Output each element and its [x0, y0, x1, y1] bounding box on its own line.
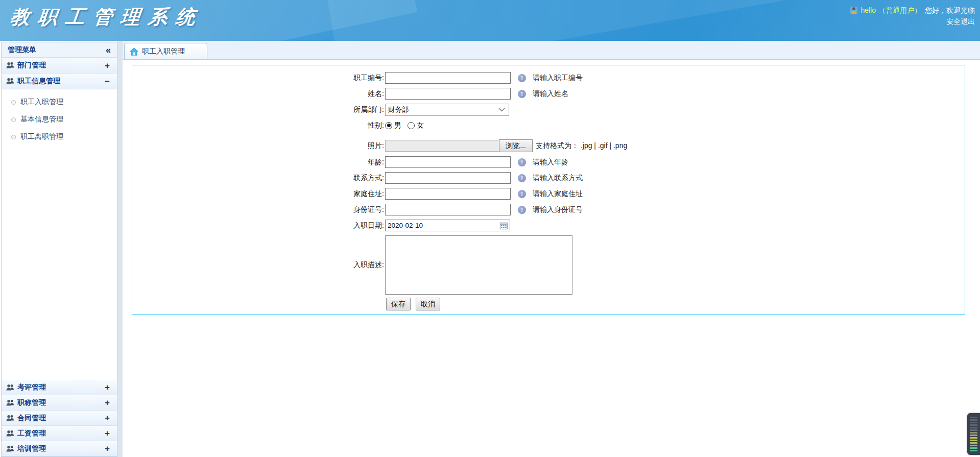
tab-label: 职工入职管理 — [142, 47, 185, 56]
tab-bar: 职工入职管理 — [123, 41, 980, 60]
form-row-name: 姓名: ! 请输入姓名 — [132, 88, 965, 100]
minimap-stripe — [970, 427, 977, 428]
expand-icon[interactable]: + — [105, 414, 110, 422]
collapse-sidebar-icon[interactable]: « — [106, 45, 111, 55]
photo-file-field[interactable] — [385, 140, 499, 152]
form-row-gender: 性别: 男 女 — [132, 120, 965, 131]
name-input[interactable] — [385, 88, 511, 100]
minimap-widget[interactable] — [967, 413, 980, 455]
sidebar-group-contract[interactable]: 合同管理 + — [2, 411, 117, 426]
chevron-down-icon — [498, 108, 505, 112]
people-icon — [6, 445, 14, 452]
field-tip: 请输入家庭住址 — [533, 189, 583, 199]
app-title: 教职工管理系统 — [9, 4, 204, 30]
bullet-icon — [11, 100, 16, 105]
main-area: 职工入职管理 职工编号: ! 请输入职工编号 姓名: ! 请输入姓名 — [123, 41, 980, 457]
radio-label-male[interactable]: 男 — [394, 121, 401, 130]
expand-icon[interactable]: + — [105, 398, 110, 407]
hiredate-input[interactable]: 2020-02-10 — [385, 220, 510, 231]
content-area: 职工编号: ! 请输入职工编号 姓名: ! 请输入姓名 所属部门: 财务部 — [123, 60, 980, 456]
minimap-stripe — [970, 417, 977, 418]
minimap-stripe — [970, 437, 977, 439]
sidebar-group-department[interactable]: 部门管理 + — [2, 58, 117, 74]
info-icon: ! — [518, 174, 526, 182]
home-icon — [130, 47, 138, 56]
people-icon — [6, 384, 14, 391]
info-icon: ! — [518, 158, 526, 166]
expand-icon[interactable]: + — [105, 61, 110, 70]
form-row-age: 年龄: ! 请输入年龄 — [132, 156, 965, 168]
minimap-stripe — [970, 440, 977, 441]
user-area: hello （普通用户） 您好，欢迎光临 安全退出 — [850, 5, 975, 27]
idcard-input[interactable] — [385, 204, 511, 215]
gender-female-radio[interactable] — [408, 122, 415, 129]
minimap-stripe — [970, 424, 977, 426]
field-tip: 请输入年龄 — [533, 158, 568, 167]
info-icon: ! — [518, 74, 526, 82]
sidebar: 管理菜单 « 部门管理 + 职工信息管理 − 职工入职管理 基本信息管理 — [1, 42, 117, 457]
field-label: 入职描述: — [132, 260, 385, 270]
info-icon: ! — [518, 206, 526, 214]
form-row-description: 入职描述: — [132, 235, 965, 295]
radio-label-female[interactable]: 女 — [417, 121, 424, 130]
field-label: 姓名: — [132, 89, 385, 99]
greeting-text: 您好，欢迎光临 — [925, 5, 975, 16]
save-button[interactable]: 保存 — [386, 298, 411, 310]
field-label: 入职日期: — [132, 221, 385, 230]
field-label: 职工编号: — [132, 74, 385, 83]
sidebar-item-onboarding[interactable]: 职工入职管理 — [2, 93, 117, 111]
sidebar-group-employee-info[interactable]: 职工信息管理 − — [2, 74, 117, 89]
page: 教职工管理系统 hello （普通用户） 您好，欢迎光临 安全退出 管理菜单 « — [0, 0, 980, 457]
user-role: （普通用户） — [878, 5, 921, 16]
description-textarea[interactable] — [385, 235, 572, 295]
age-input[interactable] — [385, 156, 511, 168]
field-tip: 请输入职工编号 — [533, 74, 583, 83]
form-row-idcard: 身份证号: ! 请输入身份证号 — [132, 204, 965, 215]
logout-link[interactable]: 安全退出 — [946, 17, 975, 26]
address-input[interactable] — [385, 188, 511, 200]
tab-onboarding[interactable]: 职工入职管理 — [124, 43, 207, 59]
empno-input[interactable] — [385, 72, 511, 84]
expand-icon[interactable]: + — [105, 444, 110, 453]
form-row-contact: 联系方式: ! 请输入联系方式 — [132, 172, 965, 184]
people-icon — [6, 78, 14, 85]
form-row-address: 家庭住址: ! 请输入家庭住址 — [132, 188, 965, 200]
minimap-stripe — [970, 429, 977, 431]
department-select[interactable]: 财务部 — [385, 104, 509, 116]
field-label: 年龄: — [132, 158, 385, 167]
expand-icon[interactable]: + — [105, 383, 110, 392]
people-icon — [6, 399, 14, 406]
minimap-stripe — [970, 445, 977, 446]
sidebar-group-body: 职工入职管理 基本信息管理 职工离职管理 — [2, 89, 117, 379]
sidebar-item-basic-info[interactable]: 基本信息管理 — [2, 111, 117, 128]
sidebar-group-salary[interactable]: 工资管理 + — [2, 426, 117, 441]
sidebar-item-offboarding[interactable]: 职工离职管理 — [2, 128, 117, 146]
form-row-department: 所属部门: 财务部 — [132, 104, 965, 116]
minimap-stripe — [970, 422, 977, 423]
cancel-button[interactable]: 取消 — [416, 298, 440, 310]
field-tip: 请输入身份证号 — [533, 205, 583, 214]
calendar-icon[interactable] — [499, 222, 508, 230]
browse-button[interactable]: 浏览... — [499, 139, 533, 152]
form-buttons: 保存 取消 — [386, 298, 965, 310]
form-row-hiredate: 入职日期: 2020-02-10 — [132, 220, 965, 231]
group-label: 职称管理 — [17, 398, 46, 407]
app-header: 教职工管理系统 hello （普通用户） 您好，欢迎光临 安全退出 — [0, 0, 980, 41]
people-icon — [6, 62, 14, 69]
sidebar-bottom-groups: 考评管理 + 职称管理 + 合同管理 + 工资 — [2, 380, 117, 456]
sidebar-item-label: 职工入职管理 — [20, 98, 63, 107]
collapse-icon[interactable]: − — [105, 77, 110, 86]
sidebar-item-label: 职工离职管理 — [20, 132, 63, 141]
contact-input[interactable] — [385, 172, 511, 184]
select-value: 财务部 — [388, 105, 409, 114]
gender-male-radio[interactable] — [385, 122, 392, 129]
format-note: 支持格式为： .jpg | .gif | .png — [536, 141, 627, 151]
expand-icon[interactable]: + — [105, 429, 110, 438]
sidebar-group-training[interactable]: 培训管理 + — [2, 441, 117, 456]
user-avatar-icon — [850, 6, 858, 14]
field-label: 家庭住址: — [132, 189, 385, 199]
form-row-empno: 职工编号: ! 请输入职工编号 — [132, 72, 965, 84]
sidebar-group-rank[interactable]: 职称管理 + — [2, 395, 117, 411]
user-name: hello — [861, 5, 876, 16]
sidebar-group-evaluation[interactable]: 考评管理 + — [2, 380, 117, 395]
